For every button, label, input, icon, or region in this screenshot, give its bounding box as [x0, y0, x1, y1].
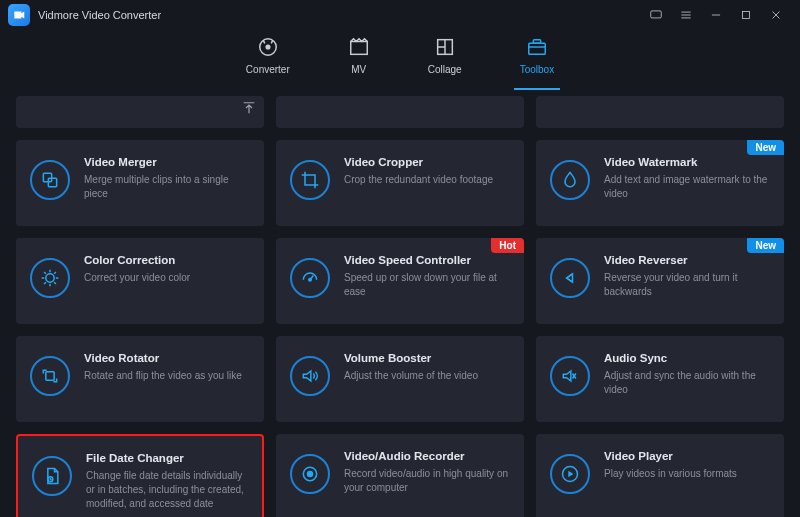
tab-label: MV [351, 64, 366, 75]
minimize-button[interactable] [704, 3, 728, 27]
svg-rect-12 [46, 372, 54, 380]
recorder-icon [290, 454, 330, 494]
tool-grid-container: Video Merger Merge multiple clips into a… [0, 90, 800, 517]
reverser-icon [550, 258, 590, 298]
tool-card-stub[interactable] [16, 96, 264, 128]
card-desc: Crop the redundant video footage [344, 173, 510, 187]
color-icon [30, 258, 70, 298]
player-icon [550, 454, 590, 494]
rotator-icon [30, 356, 70, 396]
volume-icon [290, 356, 330, 396]
tab-label: Collage [428, 64, 462, 75]
card-title: Color Correction [84, 254, 250, 266]
card-title: Video Player [604, 450, 770, 462]
tab-label: Converter [246, 64, 290, 75]
new-badge: New [747, 140, 784, 155]
card-desc: Adjust the volume of the video [344, 369, 510, 383]
card-title: Video Watermark [604, 156, 770, 168]
card-title: Volume Booster [344, 352, 510, 364]
card-desc: Play videos in various formats [604, 467, 770, 481]
svg-point-11 [309, 278, 312, 281]
svg-rect-1 [743, 12, 750, 19]
tool-card-audio-sync[interactable]: Audio Sync Adjust and sync the audio wit… [536, 336, 784, 422]
filedate-icon [32, 456, 72, 496]
svg-rect-4 [351, 42, 368, 55]
card-desc: Correct your video color [84, 271, 250, 285]
collapse-up-icon [240, 99, 258, 117]
audiosync-icon [550, 356, 590, 396]
maximize-button[interactable] [734, 3, 758, 27]
menu-icon[interactable] [674, 3, 698, 27]
svg-rect-8 [43, 173, 51, 181]
tool-card-file-date-changer[interactable]: File Date Changer Change file date detai… [16, 434, 264, 517]
tab-toolbox[interactable]: Toolbox [514, 34, 560, 90]
watermark-icon [550, 160, 590, 200]
tab-collage[interactable]: Collage [422, 34, 468, 90]
card-desc: Merge multiple clips into a single piece [84, 173, 250, 201]
tool-card-video-audio-recorder[interactable]: Video/Audio Recorder Record video/audio … [276, 434, 524, 517]
close-button[interactable] [764, 3, 788, 27]
card-title: Video Reverser [604, 254, 770, 266]
tool-card-video-player[interactable]: Video Player Play videos in various form… [536, 434, 784, 517]
card-desc: Record video/audio in high quality on yo… [344, 467, 510, 495]
tool-card-video-merger[interactable]: Video Merger Merge multiple clips into a… [16, 140, 264, 226]
feedback-icon[interactable] [644, 3, 668, 27]
card-title: Video Cropper [344, 156, 510, 168]
card-title: Video Rotator [84, 352, 250, 364]
card-desc: Add text and image watermark to the vide… [604, 173, 770, 201]
tool-card-stub[interactable] [276, 96, 524, 128]
hot-badge: Hot [491, 238, 524, 253]
svg-point-3 [266, 45, 270, 49]
tool-card-video-reverser[interactable]: New Video Reverser Reverse your video an… [536, 238, 784, 324]
svg-rect-7 [533, 40, 540, 44]
tab-mv[interactable]: MV [342, 34, 376, 90]
svg-rect-9 [48, 178, 56, 186]
card-title: Audio Sync [604, 352, 770, 364]
card-title: Video Speed Controller [344, 254, 510, 266]
app-logo [8, 4, 30, 26]
new-badge: New [747, 238, 784, 253]
speed-icon [290, 258, 330, 298]
card-desc: Rotate and flip the video as you like [84, 369, 250, 383]
app-title: Vidmore Video Converter [38, 9, 161, 21]
card-desc: Reverse your video and turn it backwards [604, 271, 770, 299]
tool-card-video-watermark[interactable]: New Video Watermark Add text and image w… [536, 140, 784, 226]
main-tabs: Converter MV Collage Toolbox [0, 30, 800, 90]
card-desc: Speed up or slow down your file at ease [344, 271, 510, 299]
tool-card-color-correction[interactable]: Color Correction Correct your video colo… [16, 238, 264, 324]
tab-converter[interactable]: Converter [240, 34, 296, 90]
card-title: File Date Changer [86, 452, 248, 464]
svg-point-15 [308, 472, 313, 477]
card-title: Video/Audio Recorder [344, 450, 510, 462]
card-title: Video Merger [84, 156, 250, 168]
tool-card-stub[interactable] [536, 96, 784, 128]
card-desc: Change file date details individually or… [86, 469, 248, 511]
cropper-icon [290, 160, 330, 200]
svg-rect-6 [529, 43, 546, 54]
tool-card-video-cropper[interactable]: Video Cropper Crop the redundant video f… [276, 140, 524, 226]
merger-icon [30, 160, 70, 200]
card-desc: Adjust and sync the audio with the video [604, 369, 770, 397]
tab-label: Toolbox [520, 64, 554, 75]
tool-card-volume-booster[interactable]: Volume Booster Adjust the volume of the … [276, 336, 524, 422]
svg-point-10 [46, 274, 54, 282]
tool-card-video-speed-controller[interactable]: Hot Video Speed Controller Speed up or s… [276, 238, 524, 324]
titlebar: Vidmore Video Converter [0, 0, 800, 30]
tool-card-video-rotator[interactable]: Video Rotator Rotate and flip the video … [16, 336, 264, 422]
